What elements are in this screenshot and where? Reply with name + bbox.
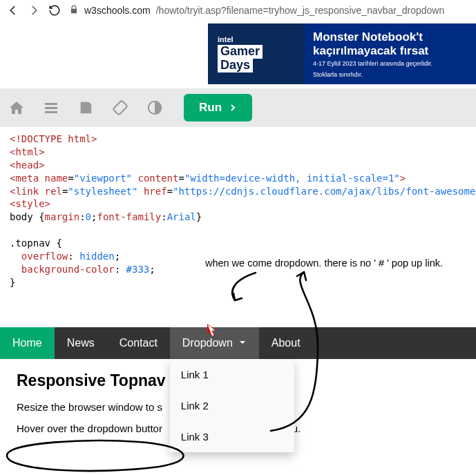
svg-rect-0 <box>45 103 57 105</box>
theme-icon[interactable] <box>146 99 163 116</box>
lock-icon <box>69 5 79 17</box>
cursor-icon <box>206 323 218 341</box>
nav-dropdown[interactable]: Dropdown Link 1 Link 2 Link 3 <box>170 327 259 359</box>
nav-about[interactable]: About <box>259 327 313 359</box>
annotation-text: when we come dropdown. there is no ' # '… <box>205 257 443 271</box>
ad-banner[interactable]: intel Gamer Days Monster Notebook't kaçı… <box>208 23 476 84</box>
ad-left: intel Gamer Days <box>208 23 305 84</box>
caret-down-icon <box>238 337 247 349</box>
nav-contact[interactable]: Contact <box>107 327 170 359</box>
run-button[interactable]: Run <box>184 94 252 122</box>
forward-icon <box>28 4 40 17</box>
home-icon[interactable] <box>8 99 25 116</box>
nav-news[interactable]: News <box>55 327 107 359</box>
nav-home[interactable]: Home <box>0 327 55 359</box>
ad-right: Monster Notebook't kaçırılmayacak fırsat… <box>305 23 476 84</box>
svg-rect-1 <box>45 107 57 109</box>
browser-bar: w3schools.com/howto/tryit.asp?filename=t… <box>0 0 476 21</box>
save-icon[interactable] <box>77 99 94 116</box>
ad-region: intel Gamer Days Monster Notebook't kaçı… <box>0 21 476 88</box>
editor-toolbar: Run <box>0 88 476 127</box>
url-domain: w3schools.com <box>84 5 151 16</box>
ad-line2: Days <box>218 59 253 72</box>
ad-headline2: kaçırılmayacak fırsat <box>313 44 468 58</box>
address-bar[interactable]: w3schools.com/howto/tryit.asp?filename=t… <box>69 5 444 17</box>
ad-headline1: Monster Notebook't <box>313 30 468 44</box>
svg-rect-3 <box>113 100 127 115</box>
ad-sub1: 4-17 Eylül 2023 tarihleri arasında geçer… <box>313 60 468 68</box>
code-editor[interactable]: <!DOCTYPE html> <html> <head> <meta name… <box>0 127 476 318</box>
ad-sub2: Stoklarla sınırlıdır. <box>313 71 468 79</box>
svg-rect-2 <box>45 111 57 113</box>
url-path: /howto/tryit.asp?filename=tryhow_js_resp… <box>156 5 445 16</box>
reload-icon[interactable] <box>48 4 61 17</box>
dropdown-link-1[interactable]: Link 1 <box>170 359 294 390</box>
menu-icon[interactable] <box>43 99 59 116</box>
ad-line1: Gamer <box>218 45 263 59</box>
preview-pane: Home News Contact Dropdown Link 1 Link 2… <box>0 327 476 461</box>
ad-brand: intel <box>218 35 305 43</box>
dropdown-link-2[interactable]: Link 2 <box>170 390 294 421</box>
back-icon[interactable] <box>7 4 19 17</box>
dropdown-menu: Link 1 Link 2 Link 3 <box>170 359 294 452</box>
dropdown-link-3[interactable]: Link 3 <box>170 421 294 452</box>
run-label: Run <box>199 101 222 115</box>
orientation-icon[interactable] <box>112 99 128 116</box>
topnav: Home News Contact Dropdown Link 1 Link 2… <box>0 327 476 359</box>
